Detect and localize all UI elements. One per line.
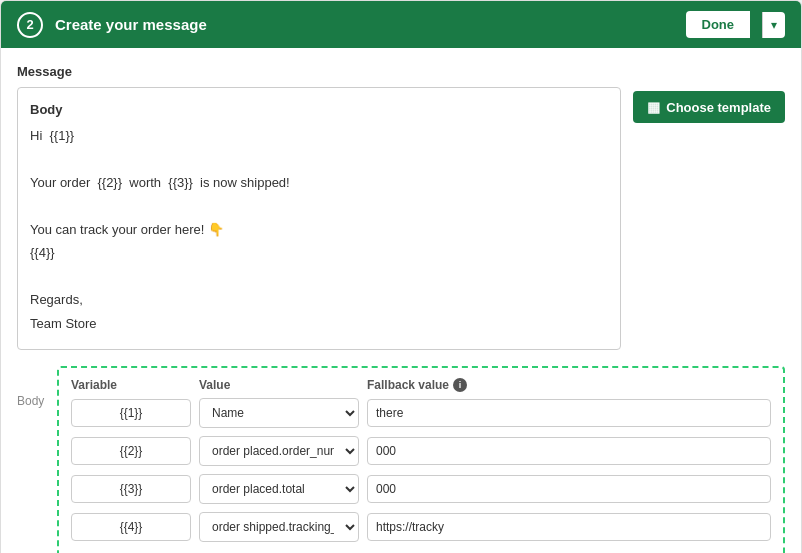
body-side-label: Body — [17, 366, 57, 553]
body-line-6: {{4}} — [30, 243, 608, 263]
message-body-container: Body Hi {{1}} Your order {{2}} worth {{3… — [17, 87, 785, 350]
done-button[interactable]: Done — [686, 11, 751, 38]
message-body-box: Body Hi {{1}} Your order {{2}} worth {{3… — [17, 87, 621, 350]
body-line-3: Your order {{2}} worth {{3}} is now ship… — [30, 173, 608, 193]
variable-tag-2: {{2}} — [71, 437, 191, 465]
body-line-8: Regards, — [30, 290, 608, 310]
fallback-input-1[interactable] — [367, 399, 771, 427]
variables-section: Body Variable Value Fallback value i {{1… — [17, 366, 785, 553]
variable-select-3[interactable]: order placed.total order placed.order_nu… — [199, 474, 359, 504]
body-line-2 — [30, 149, 608, 169]
fallback-input-3[interactable] — [367, 475, 771, 503]
variables-header-row: Variable Value Fallback value i — [71, 378, 771, 392]
variable-select-4[interactable]: order shipped.tracking_url — [199, 512, 359, 542]
choose-template-label: Choose template — [666, 100, 771, 115]
page-title: Create your message — [55, 16, 674, 33]
variable-tag-4: {{4}} — [71, 513, 191, 541]
variable-tag-3: {{3}} — [71, 475, 191, 503]
variable-row-3: {{3}} order placed.total order placed.or… — [71, 474, 771, 504]
template-icon: ▦ — [647, 99, 660, 115]
col-fallback-header: Fallback value i — [367, 378, 771, 392]
choose-template-button[interactable]: ▦ Choose template — [633, 91, 785, 123]
variable-row-1: {{1}} Name Email Phone — [71, 398, 771, 428]
fallback-input-2[interactable] — [367, 437, 771, 465]
variable-row-4: {{4}} order shipped.tracking_url — [71, 512, 771, 542]
body-line-4 — [30, 196, 608, 216]
body-line-9: Team Store — [30, 314, 608, 334]
body-line-5: You can track your order here! 👇 — [30, 220, 608, 240]
info-icon[interactable]: i — [453, 378, 467, 392]
body-line-7 — [30, 267, 608, 287]
message-section-label: Message — [17, 64, 785, 79]
variable-row-2: {{2}} order placed.order_number order pl… — [71, 436, 771, 466]
variable-tag-1: {{1}} — [71, 399, 191, 427]
content-area: Message Body Hi {{1}} Your order {{2}} w… — [1, 48, 801, 553]
variables-table: Variable Value Fallback value i {{1}} Na… — [57, 366, 785, 553]
main-card: 2 Create your message Done ▾ Message Bod… — [0, 0, 802, 553]
fallback-input-4[interactable] — [367, 513, 771, 541]
header-chevron-button[interactable]: ▾ — [762, 12, 785, 38]
col-variable-header: Variable — [71, 378, 191, 392]
step-circle: 2 — [17, 12, 43, 38]
header: 2 Create your message Done ▾ — [1, 1, 801, 48]
variable-select-1[interactable]: Name Email Phone — [199, 398, 359, 428]
body-line-1: Hi {{1}} — [30, 126, 608, 146]
variable-select-2[interactable]: order placed.order_number order placed.t… — [199, 436, 359, 466]
col-value-header: Value — [199, 378, 359, 392]
body-label: Body — [30, 100, 608, 120]
choose-template-wrapper: ▦ Choose template — [633, 87, 785, 123]
